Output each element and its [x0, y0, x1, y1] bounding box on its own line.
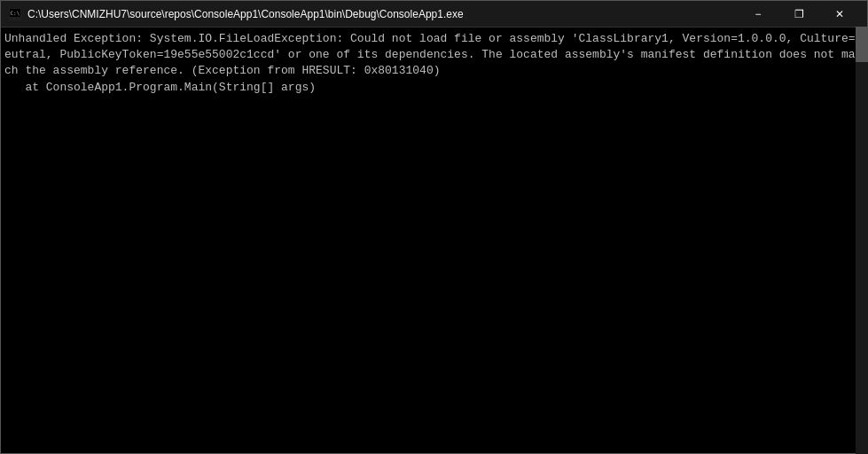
scrollbar[interactable]	[856, 27, 868, 454]
maximize-button[interactable]: ❐	[778, 1, 819, 27]
close-button[interactable]: ✕	[819, 1, 860, 27]
window: C:\ C:\Users\CNMIZHU7\source\repos\Conso…	[0, 0, 868, 454]
title-bar: C:\ C:\Users\CNMIZHU7\source\repos\Conso…	[1, 1, 867, 27]
window-controls: − ❐ ✕	[738, 1, 860, 27]
console-output: Unhandled Exception: System.IO.FileLoadE…	[1, 27, 867, 453]
minimize-button[interactable]: −	[738, 1, 778, 27]
console-window: C:\ C:\Users\CNMIZHU7\source\repos\Conso…	[0, 0, 868, 454]
scrollbar-thumb[interactable]	[856, 27, 868, 62]
window-title: C:\Users\CNMIZHU7\source\repos\ConsoleAp…	[27, 8, 738, 20]
svg-text:C:\: C:\	[11, 10, 20, 16]
console-icon: C:\	[8, 7, 22, 21]
